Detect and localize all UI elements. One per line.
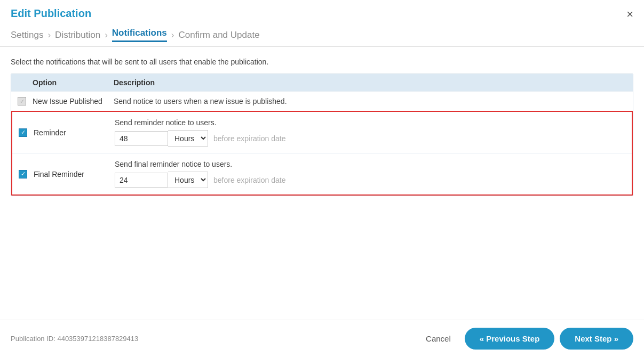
- final-reminder-checkbox[interactable]: [19, 170, 27, 178]
- reminder-unit-select[interactable]: Hours Days: [168, 130, 208, 147]
- reminder-checkbox[interactable]: [19, 128, 27, 137]
- breadcrumb: Settings › Distribution › Notifications …: [0, 20, 644, 42]
- publication-id: Publication ID: 440353971218387829413: [11, 335, 412, 343]
- close-button[interactable]: ×: [626, 9, 633, 20]
- final-reminder-before-text: before expiration date: [213, 176, 285, 184]
- reminder-before-text: before expiration date: [213, 134, 285, 143]
- edit-publication-modal: Edit Publication × Settings › Distributi…: [0, 0, 644, 357]
- instructions-text: Select the notifications that will be se…: [11, 58, 633, 66]
- column-option-header: Option: [18, 78, 114, 87]
- final-reminder-controls: Hours Days before expiration date: [115, 172, 625, 188]
- reminder-section: Reminder Send reminder notice to users. …: [11, 111, 633, 196]
- final-reminder-row: Final Reminder Send final reminder notic…: [12, 153, 632, 194]
- breadcrumb-sep-1: ›: [47, 30, 51, 40]
- modal-title: Edit Publication: [11, 7, 91, 20]
- breadcrumb-settings[interactable]: Settings: [11, 30, 43, 40]
- final-reminder-details: Send final reminder notice to users. Hou…: [115, 160, 625, 188]
- new-issue-option-label: New Issue Published: [33, 97, 114, 106]
- reminder-row: Reminder Send reminder notice to users. …: [12, 112, 632, 153]
- new-issue-checkbox[interactable]: [18, 97, 26, 106]
- final-reminder-checkbox-col: [19, 170, 34, 178]
- breadcrumb-notifications[interactable]: Notifications: [112, 28, 167, 42]
- notifications-table: Option Description New Issue Published S…: [11, 74, 633, 196]
- table-header: Option Description: [11, 74, 633, 91]
- cancel-button[interactable]: Cancel: [417, 330, 459, 347]
- new-issue-checkbox-col: [18, 97, 33, 106]
- column-description-header: Description: [114, 78, 626, 87]
- reminder-option-label: Reminder: [34, 128, 115, 137]
- reminder-details: Send reminder notice to users. Hours Day…: [115, 118, 625, 147]
- previous-step-button[interactable]: « Previous Step: [465, 328, 555, 350]
- reminder-checkbox-col: [19, 128, 34, 137]
- table-row: New Issue Published Send notice to users…: [11, 91, 633, 111]
- final-reminder-unit-select[interactable]: Hours Days: [168, 172, 208, 188]
- modal-footer: Publication ID: 440353971218387829413 Ca…: [0, 320, 644, 357]
- breadcrumb-confirm[interactable]: Confirm and Update: [178, 30, 259, 40]
- final-reminder-option-label: Final Reminder: [34, 170, 115, 178]
- modal-header: Edit Publication ×: [0, 0, 644, 20]
- new-issue-description: Send notice to users when a new issue is…: [114, 97, 626, 106]
- reminder-description: Send reminder notice to users.: [115, 118, 625, 127]
- modal-body: Select the notifications that will be se…: [0, 47, 644, 320]
- next-step-button[interactable]: Next Step »: [560, 328, 633, 350]
- reminder-controls: Hours Days before expiration date: [115, 130, 625, 147]
- breadcrumb-distribution[interactable]: Distribution: [55, 30, 100, 40]
- final-reminder-description: Send final reminder notice to users.: [115, 160, 625, 168]
- breadcrumb-sep-2: ›: [105, 30, 108, 40]
- final-reminder-hours-input[interactable]: [115, 173, 168, 188]
- breadcrumb-sep-3: ›: [171, 30, 174, 40]
- reminder-hours-input[interactable]: [115, 131, 168, 146]
